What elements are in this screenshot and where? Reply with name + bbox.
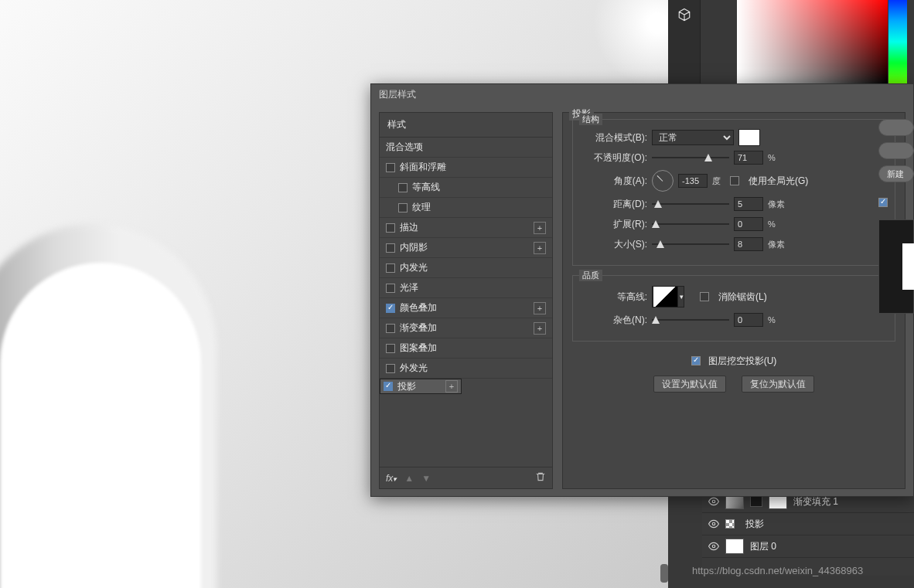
hue-slider[interactable] — [888, 0, 907, 83]
layer-label: 图层 0 — [750, 540, 776, 553]
style-checkbox[interactable] — [386, 284, 395, 293]
style-item[interactable]: 纹理 — [380, 198, 552, 218]
add-effect-icon[interactable]: + — [445, 380, 458, 393]
make-default-button[interactable]: 设置为默认值 — [653, 376, 726, 393]
styles-footer: fx▾ ▲ ▼ — [380, 467, 552, 488]
anti-alias-checkbox[interactable] — [700, 292, 709, 301]
eye-icon[interactable] — [708, 541, 719, 552]
global-light-checkbox[interactable] — [730, 176, 739, 185]
style-item[interactable]: 内发光 — [380, 258, 552, 278]
up-icon[interactable]: ▲ — [404, 473, 414, 484]
distance-slider[interactable] — [652, 199, 729, 209]
style-checkbox[interactable] — [386, 364, 395, 373]
style-item[interactable]: 图案叠加 — [380, 338, 552, 359]
color-picker[interactable] — [737, 0, 888, 83]
trash-icon[interactable] — [535, 471, 546, 484]
contour-select[interactable]: ▾ — [652, 286, 684, 308]
noise-label: 杂色(N): — [581, 314, 647, 327]
style-label: 内发光 — [400, 261, 428, 274]
spread-input[interactable] — [734, 217, 763, 231]
anti-alias-label: 消除锯齿(L) — [718, 291, 767, 304]
noise-input[interactable] — [734, 313, 763, 327]
add-effect-icon[interactable]: + — [534, 322, 546, 335]
svg-point-0 — [712, 500, 715, 503]
svg-point-2 — [712, 545, 715, 548]
style-label: 内阴影 — [400, 241, 428, 254]
size-label: 大小(S): — [581, 238, 647, 251]
style-item[interactable]: 渐变叠加+ — [380, 318, 552, 338]
style-checkbox[interactable] — [386, 304, 395, 313]
style-label: 外发光 — [400, 362, 428, 375]
style-item[interactable]: 描边+ — [380, 218, 552, 238]
down-icon[interactable]: ▼ — [421, 473, 431, 484]
cube-icon[interactable] — [677, 8, 691, 22]
layer-row-base[interactable]: 图层 0 — [702, 535, 914, 558]
knockout-label: 图层挖空投影(U) — [708, 355, 777, 368]
size-input[interactable] — [734, 237, 763, 251]
quality-legend: 品质 — [579, 270, 602, 281]
color-swatch[interactable] — [738, 129, 760, 146]
dialog-side-buttons: 新建 — [878, 119, 914, 207]
opacity-label: 不透明度(O): — [581, 151, 647, 165]
layer-row-shadow[interactable]: 投影 — [702, 513, 914, 535]
style-checkbox[interactable] — [386, 223, 395, 233]
style-item[interactable]: 投影+ — [380, 379, 462, 394]
angle-unit: 度 — [712, 175, 721, 187]
style-label: 渐变叠加 — [400, 321, 437, 335]
opacity-input[interactable] — [734, 151, 763, 165]
fx-icon[interactable]: fx▾ — [386, 473, 397, 484]
size-slider[interactable] — [652, 239, 729, 250]
style-item[interactable]: 等高线 — [380, 178, 552, 198]
angle-input[interactable] — [678, 174, 708, 188]
add-effect-icon[interactable]: + — [534, 222, 546, 234]
style-checkbox[interactable] — [386, 243, 395, 253]
reset-default-button[interactable]: 复位为默认值 — [742, 376, 814, 393]
style-checkbox[interactable] — [384, 382, 393, 391]
eye-icon[interactable] — [708, 518, 719, 529]
eye-icon[interactable] — [708, 496, 719, 507]
style-item[interactable]: 混合选项 — [380, 138, 552, 158]
add-effect-icon[interactable]: + — [534, 302, 546, 314]
style-item[interactable]: 颜色叠加+ — [380, 298, 552, 318]
knockout-checkbox[interactable] — [691, 356, 701, 365]
spread-slider[interactable] — [652, 219, 729, 229]
arch-light — [0, 263, 201, 588]
distance-input[interactable] — [734, 197, 763, 211]
preview-checkbox[interactable] — [878, 198, 888, 207]
style-item[interactable]: 斜面和浮雕 — [380, 158, 552, 178]
add-effect-icon[interactable]: + — [534, 242, 546, 254]
layer-thumb — [725, 519, 735, 529]
style-checkbox[interactable] — [398, 203, 408, 212]
style-item[interactable]: 外发光 — [380, 359, 552, 379]
layer-style-dialog: 图层样式 样式 混合选项斜面和浮雕等高线纹理描边+内阴影+内发光光泽颜色叠加+渐… — [370, 83, 914, 497]
style-checkbox[interactable] — [386, 263, 395, 273]
style-checkbox[interactable] — [386, 163, 395, 172]
style-label: 等高线 — [412, 181, 440, 194]
ok-button[interactable] — [878, 119, 914, 136]
style-item[interactable]: 内阴影+ — [380, 238, 552, 258]
size-unit: 像素 — [768, 239, 785, 250]
style-checkbox[interactable] — [398, 183, 408, 192]
style-label: 投影 — [397, 380, 416, 393]
blend-mode-label: 混合模式(B): — [581, 131, 647, 144]
cancel-button[interactable] — [878, 142, 914, 159]
contour-label: 等高线: — [581, 291, 647, 304]
noise-unit: % — [768, 315, 776, 325]
style-label: 图案叠加 — [400, 342, 437, 355]
layer-label: 渐变填充 1 — [793, 495, 838, 508]
style-label: 纹理 — [412, 201, 431, 214]
canvas-scrollbar[interactable] — [660, 564, 668, 583]
angle-wheel[interactable] — [652, 170, 674, 192]
opacity-slider[interactable] — [652, 152, 729, 163]
tool-column — [668, 0, 701, 91]
blend-mode-select[interactable]: 正常 — [652, 130, 734, 145]
mask-thumb — [750, 496, 762, 507]
style-checkbox[interactable] — [386, 324, 395, 333]
style-item[interactable]: 光泽 — [380, 278, 552, 298]
structure-legend: 结构 — [579, 114, 602, 125]
new-style-button[interactable]: 新建 — [878, 165, 914, 182]
style-checkbox[interactable] — [386, 344, 395, 353]
noise-slider[interactable] — [652, 314, 729, 325]
svg-point-1 — [712, 522, 715, 525]
style-label: 斜面和浮雕 — [400, 161, 446, 174]
